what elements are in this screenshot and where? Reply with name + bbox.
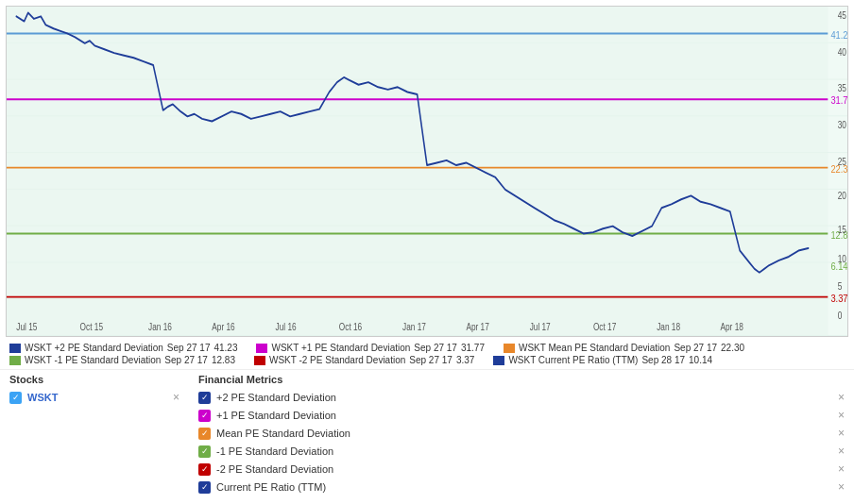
financial-panel: Financial Metrics ✓ +2 PE Standard Devia… [198, 374, 845, 498]
metric-close-4[interactable]: × [838, 462, 845, 476]
svg-text:41.23: 41.23 [830, 28, 847, 41]
svg-text:Jan 18: Jan 18 [657, 322, 680, 332]
metric-label-2: Mean PE Standard Deviation [216, 428, 350, 439]
metric-label-0: +2 PE Standard Deviation [216, 392, 336, 403]
svg-text:5: 5 [838, 281, 843, 292]
legend-item-4: WSKT -2 PE Standard Deviation Sep 27 17 … [254, 355, 474, 365]
legend-color-4 [254, 356, 265, 365]
stocks-panel-title: Stocks [9, 374, 179, 385]
svg-text:Jan 17: Jan 17 [402, 322, 426, 332]
wskt-checkbox[interactable]: ✓ [9, 392, 22, 404]
metric-label-5: Current PE Ratio (TTM) [216, 481, 326, 493]
metric-checkbox-4[interactable]: ✓ [198, 463, 211, 476]
legend-item-2: WSKT Mean PE Standard Deviation Sep 27 1… [504, 343, 744, 353]
svg-text:45: 45 [838, 10, 846, 21]
legend-item-3: WSKT -1 PE Standard Deviation Sep 27 17 … [9, 355, 235, 365]
metric-checkbox-1[interactable]: ✓ [198, 410, 211, 422]
svg-text:3.37: 3.37 [830, 292, 847, 304]
legend-date-2: Sep 27 17 [674, 343, 717, 353]
metric-close-5[interactable]: × [838, 480, 845, 494]
metric-label-3: -1 PE Standard Deviation [216, 445, 333, 457]
bottom-panels: Stocks ✓ WSKT × Financial Metrics ✓ +2 P… [0, 369, 854, 504]
legend-color-0 [9, 344, 21, 353]
wskt-close[interactable]: × [173, 391, 179, 404]
legend-label-3: WSKT -1 PE Standard Deviation [25, 355, 161, 365]
main-container: StockDi 41.23 31.77 [0, 0, 854, 504]
svg-text:30: 30 [838, 120, 846, 130]
chart-svg: 41.23 31.77 22.30 12.83 6.14 3.37 45 40 … [7, 7, 847, 336]
metric-close-2[interactable]: × [838, 427, 845, 440]
svg-text:Jul 15: Jul 15 [16, 322, 37, 332]
chart-area: StockDi 41.23 31.77 [6, 6, 848, 337]
legend-date-1: Sep 27 17 [414, 343, 457, 353]
svg-text:20: 20 [838, 191, 846, 201]
svg-text:Apr 18: Apr 18 [720, 322, 743, 332]
legend-date-3: Sep 27 17 [164, 355, 208, 365]
metric-close-0[interactable]: × [838, 391, 845, 404]
legend-color-2 [504, 344, 515, 353]
legend-label-2: WSKT Mean PE Standard Deviation [519, 343, 670, 353]
legend-color-1 [256, 344, 267, 353]
metric-item-0: ✓ +2 PE Standard Deviation × [198, 391, 845, 404]
legend-item-1: WSKT +1 PE Standard Deviation Sep 27 17 … [256, 343, 484, 353]
legend-item-0: WSKT +2 PE Standard Deviation Sep 27 17 … [9, 343, 237, 353]
svg-text:Oct 17: Oct 17 [593, 322, 616, 332]
metric-checkbox-2[interactable]: ✓ [198, 428, 211, 440]
svg-text:15: 15 [838, 226, 846, 236]
svg-text:Jan 16: Jan 16 [148, 322, 172, 332]
svg-text:25: 25 [838, 157, 846, 167]
metric-checkbox-0[interactable]: ✓ [198, 392, 211, 404]
metric-close-3[interactable]: × [838, 445, 845, 458]
stock-item-wskt: ✓ WSKT × [9, 391, 179, 404]
financial-panel-title: Financial Metrics [198, 374, 845, 385]
stocks-panel: Stocks ✓ WSKT × [9, 374, 179, 498]
legend-label-1: WSKT +1 PE Standard Deviation [271, 343, 410, 353]
metric-label-4: -2 PE Standard Deviation [216, 463, 333, 475]
legend-value-5: 10.14 [689, 355, 712, 365]
svg-text:40: 40 [838, 47, 846, 58]
legend-date-4: Sep 27 17 [409, 355, 453, 365]
legend-value-1: 31.77 [461, 343, 485, 353]
legend-value-3: 12.83 [212, 355, 235, 365]
legend-value-4: 3.37 [456, 355, 474, 365]
legend-color-5 [493, 356, 504, 365]
svg-text:0: 0 [838, 311, 843, 321]
legend-value-0: 41.23 [214, 343, 237, 353]
legend-item-5: WSKT Current PE Ratio (TTM) Sep 28 17 10… [493, 355, 712, 365]
legend-label-0: WSKT +2 PE Standard Deviation [25, 343, 163, 353]
metric-checkbox-3[interactable]: ✓ [198, 445, 211, 458]
svg-text:Apr 16: Apr 16 [212, 322, 234, 332]
svg-text:Jul 16: Jul 16 [276, 322, 297, 332]
metric-item-5: ✓ Current PE Ratio (TTM) × [198, 480, 845, 494]
legend-label-4: WSKT -2 PE Standard Deviation [269, 355, 405, 365]
svg-text:Oct 15: Oct 15 [80, 322, 103, 332]
svg-text:10: 10 [838, 255, 846, 265]
metric-item-1: ✓ +1 PE Standard Deviation × [198, 409, 845, 422]
legend-label-5: WSKT Current PE Ratio (TTM) [508, 355, 638, 365]
legend-date-0: Sep 27 17 [167, 343, 211, 353]
metric-close-1[interactable]: × [838, 409, 845, 422]
metric-checkbox-5[interactable]: ✓ [198, 481, 211, 494]
legend-value-2: 22.30 [721, 343, 744, 353]
metric-item-4: ✓ -2 PE Standard Deviation × [198, 462, 845, 476]
svg-text:Oct 16: Oct 16 [339, 322, 362, 332]
legend-color-3 [9, 356, 21, 365]
wskt-label: WSKT [27, 392, 58, 403]
metric-item-2: ✓ Mean PE Standard Deviation × [198, 427, 845, 440]
svg-text:35: 35 [838, 84, 846, 94]
svg-text:Jul 17: Jul 17 [530, 322, 551, 332]
metric-label-1: +1 PE Standard Deviation [216, 410, 336, 421]
metric-item-3: ✓ -1 PE Standard Deviation × [198, 445, 845, 458]
svg-text:31.77: 31.77 [830, 93, 847, 106]
legend-area: WSKT +2 PE Standard Deviation Sep 27 17 … [0, 339, 854, 369]
svg-text:Apr 17: Apr 17 [466, 322, 488, 332]
legend-date-5: Sep 28 17 [641, 355, 685, 365]
